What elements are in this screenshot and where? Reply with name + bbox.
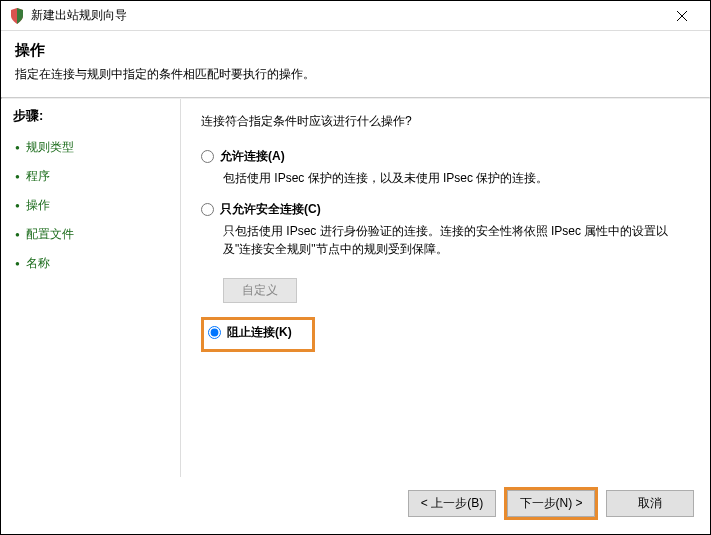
sidebar-item-rule-type[interactable]: 规则类型 bbox=[13, 133, 168, 162]
page-subtitle: 指定在连接与规则中指定的条件相匹配时要执行的操作。 bbox=[15, 66, 696, 83]
option-allow-label: 允许连接(A) bbox=[220, 148, 285, 165]
option-secure: 只允许安全连接(C) 只包括使用 IPsec 进行身份验证的连接。连接的安全性将… bbox=[201, 201, 690, 258]
window-title: 新建出站规则向导 bbox=[31, 7, 662, 24]
question-text: 连接符合指定条件时应该进行什么操作? bbox=[201, 113, 690, 130]
option-secure-label: 只允许安全连接(C) bbox=[220, 201, 321, 218]
option-allow: 允许连接(A) 包括使用 IPsec 保护的连接，以及未使用 IPsec 保护的… bbox=[201, 148, 690, 187]
sidebar-item-label: 规则类型 bbox=[26, 140, 74, 154]
radio-block[interactable] bbox=[208, 326, 221, 339]
back-button[interactable]: < 上一步(B) bbox=[408, 490, 496, 517]
customize-button: 自定义 bbox=[223, 278, 297, 303]
sidebar-item-label: 名称 bbox=[26, 256, 50, 270]
page-title: 操作 bbox=[15, 41, 696, 60]
cancel-button[interactable]: 取消 bbox=[606, 490, 694, 517]
option-allow-desc: 包括使用 IPsec 保护的连接，以及未使用 IPsec 保护的连接。 bbox=[223, 169, 690, 187]
option-block-label: 阻止连接(K) bbox=[227, 324, 292, 341]
sidebar-item-label: 操作 bbox=[26, 198, 50, 212]
close-button[interactable] bbox=[662, 2, 702, 30]
content: 连接符合指定条件时应该进行什么操作? 允许连接(A) 包括使用 IPsec 保护… bbox=[181, 99, 710, 477]
titlebar: 新建出站规则向导 bbox=[1, 1, 710, 31]
sidebar-item-program[interactable]: 程序 bbox=[13, 162, 168, 191]
sidebar: 步骤: 规则类型 程序 操作 配置文件 名称 bbox=[1, 99, 181, 477]
highlight-next: 下一步(N) > bbox=[504, 487, 598, 520]
wizard-window: 新建出站规则向导 操作 指定在连接与规则中指定的条件相匹配时要执行的操作。 步骤… bbox=[0, 0, 711, 535]
radio-secure[interactable] bbox=[201, 203, 214, 216]
body: 步骤: 规则类型 程序 操作 配置文件 名称 连接符合指定条件时应该进行什么操作… bbox=[1, 99, 710, 477]
sidebar-item-action[interactable]: 操作 bbox=[13, 191, 168, 220]
next-button[interactable]: 下一步(N) > bbox=[507, 490, 595, 517]
footer: < 上一步(B) 下一步(N) > 取消 bbox=[1, 477, 710, 534]
highlight-block: 阻止连接(K) bbox=[201, 317, 315, 352]
radio-allow[interactable] bbox=[201, 150, 214, 163]
firewall-icon bbox=[9, 8, 25, 24]
sidebar-item-label: 配置文件 bbox=[26, 227, 74, 241]
sidebar-item-label: 程序 bbox=[26, 169, 50, 183]
option-secure-desc: 只包括使用 IPsec 进行身份验证的连接。连接的安全性将依照 IPsec 属性… bbox=[223, 222, 690, 258]
steps-label: 步骤: bbox=[13, 107, 168, 125]
custom-button-wrap: 自定义 bbox=[223, 278, 690, 303]
header: 操作 指定在连接与规则中指定的条件相匹配时要执行的操作。 bbox=[1, 31, 710, 97]
sidebar-item-name[interactable]: 名称 bbox=[13, 249, 168, 278]
option-block-wrap: 阻止连接(K) bbox=[201, 317, 690, 352]
sidebar-item-profile[interactable]: 配置文件 bbox=[13, 220, 168, 249]
